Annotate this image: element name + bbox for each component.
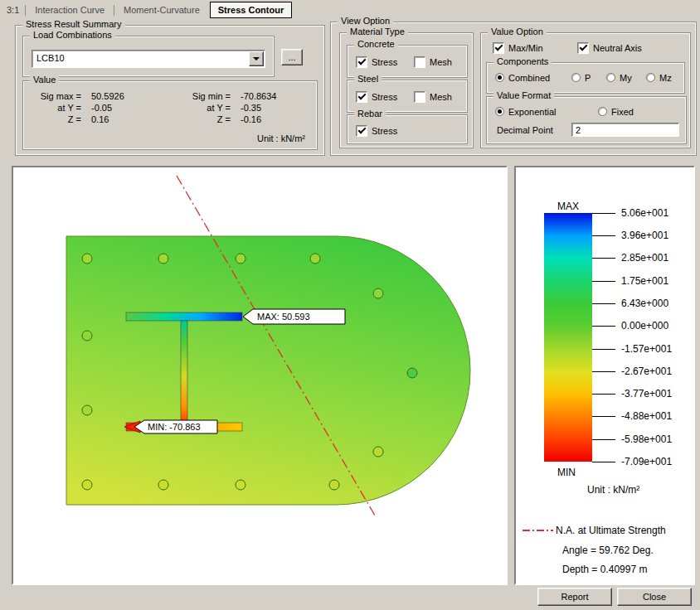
group-title-value-format: Value Format — [493, 90, 554, 101]
legend-value: -4.88e+001 — [621, 410, 672, 422]
legend-tick: 5.06e+001 — [592, 207, 668, 219]
group-title-material-type: Material Type — [347, 27, 408, 37]
legend-tick: 0.00e+000 — [592, 320, 668, 332]
value-option-group: Value Option Max/Min Neutral Axis Compon… — [480, 32, 691, 148]
checkmark-icon — [580, 43, 588, 51]
radio-label: Mz — [659, 73, 672, 83]
group-title-stress-result-summary: Stress Result Summary — [22, 19, 125, 30]
tick-line — [592, 371, 615, 372]
checkbox-label: Stress — [372, 57, 397, 67]
concrete-group: Concrete Stress Mesh — [347, 45, 468, 78]
dropdown-button[interactable] — [249, 51, 264, 66]
decimal-point-label: Decimal Point — [497, 125, 553, 135]
radio-fixed[interactable]: Fixed — [598, 106, 634, 117]
decimal-point-input[interactable] — [571, 123, 679, 137]
legend-panel: MAX 5.06e+001 3.96e+001 2.85e+001 1.75e+… — [514, 166, 695, 585]
legend-tick: 1.75e+001 — [592, 275, 668, 287]
checkbox-label: Mesh — [430, 92, 452, 102]
sig-max-value: 50.5926 — [86, 91, 166, 101]
radio-icon — [495, 107, 504, 116]
rebar-point — [236, 254, 245, 264]
tick-line — [592, 213, 615, 214]
depth-label: Depth = 0.40997 m — [562, 564, 647, 575]
checkbox-box — [493, 42, 504, 54]
radio-label: My — [620, 73, 632, 83]
checkbox-label: Stress — [372, 126, 397, 136]
checkmark-icon — [358, 92, 367, 100]
tick-line — [592, 349, 615, 350]
min-at-y-label: at Y = — [166, 103, 236, 113]
tick-line — [592, 258, 615, 259]
radio-exponential[interactable]: Exponential — [495, 106, 557, 117]
color-scale-bar — [544, 213, 592, 462]
tab-interaction-curve[interactable]: Interaction Curve — [27, 2, 113, 18]
neutral-axis-legend-label: N.A. at Ultimate Strength — [556, 525, 666, 536]
checkbox-box — [414, 56, 425, 68]
tick-line — [592, 439, 615, 440]
checkbox-box — [356, 125, 367, 137]
legend-value: 1.75e+001 — [621, 275, 668, 287]
checkbox-steel-mesh[interactable]: Mesh — [414, 91, 452, 103]
contour-plot: MAX: 50.593 MIN: -70.863 — [13, 167, 506, 583]
legend-tick: 2.85e+001 — [592, 252, 668, 264]
tab-moment-curvature[interactable]: Moment-Curvature — [115, 2, 208, 18]
rebar-point — [82, 331, 92, 341]
checkmark-icon — [358, 57, 367, 65]
rebar-point — [82, 480, 92, 490]
rebar-point — [310, 254, 320, 264]
radio-icon — [495, 73, 504, 82]
checkbox-box — [577, 42, 589, 54]
chevron-down-icon — [253, 57, 260, 61]
rebar-point — [329, 480, 339, 490]
legend-value: 2.85e+001 — [621, 252, 668, 264]
legend-tick: 3.96e+001 — [592, 230, 668, 241]
checkbox-rebar-stress[interactable]: Stress — [356, 125, 397, 137]
neutral-axis-legend-icon — [523, 530, 553, 531]
rebar-point — [373, 447, 383, 457]
max-callout: MAX: 50.593 — [243, 309, 345, 324]
stress-contour-canvas[interactable]: MAX: 50.593 MIN: -70.863 — [12, 166, 508, 585]
stress-contour-window: 3:1 Interaction Curve Moment-Curvature S… — [0, 0, 700, 610]
radio-label: Combined — [508, 73, 550, 83]
group-title-view-option: View Option — [338, 16, 393, 27]
tab-separator — [114, 5, 114, 16]
tab-stress-contour[interactable]: Stress Contour — [210, 2, 292, 18]
max-at-y-label: at Y = — [27, 103, 86, 113]
radio-mz[interactable]: Mz — [646, 72, 672, 83]
components-group: Components Combined P My Mz — [486, 62, 685, 94]
tick-line — [592, 462, 615, 462]
min-callout-text: MIN: -70.863 — [148, 422, 201, 432]
legend-tick: -5.98e+001 — [592, 433, 672, 445]
checkbox-box — [414, 91, 425, 103]
checkbox-steel-stress[interactable]: Stress — [356, 91, 397, 103]
legend-tick: -1.57e+001 — [592, 343, 672, 355]
checkbox-concrete-stress[interactable]: Stress — [356, 56, 397, 68]
checkbox-concrete-mesh[interactable]: Mesh — [414, 56, 452, 68]
checkbox-max-min[interactable]: Max/Min — [493, 42, 543, 54]
max-callout-text: MAX: 50.593 — [257, 312, 310, 322]
legend-tick: -4.88e+001 — [592, 410, 672, 422]
legend-max-label: MAX — [557, 201, 579, 212]
min-z-value: -0.16 — [236, 114, 318, 124]
legend-value: 3.96e+001 — [621, 230, 668, 241]
checkbox-neutral-axis[interactable]: Neutral Axis — [577, 42, 642, 54]
radio-my[interactable]: My — [606, 72, 632, 83]
close-button[interactable]: Close — [617, 588, 692, 606]
load-combination-select[interactable]: LCB10 — [32, 50, 265, 68]
view-option-group: View Option Material Type Concrete Stres… — [330, 22, 697, 156]
checkbox-box — [356, 56, 367, 68]
checkmark-icon — [358, 126, 367, 134]
legend-value: 0.00e+000 — [621, 320, 668, 332]
max-z-value: 0.16 — [86, 114, 166, 124]
group-title-steel: Steel — [354, 74, 382, 85]
value-group: Value Sig max = 50.5926 Sig min = -70.86… — [22, 80, 318, 150]
group-title-components: Components — [493, 56, 552, 67]
report-button[interactable]: Report — [537, 588, 612, 606]
rebar-point — [158, 254, 168, 264]
browse-button[interactable]: ... — [281, 49, 303, 65]
radio-label: Fixed — [611, 107, 634, 117]
load-combinations-group: Load Combinations LCB10 — [22, 36, 275, 77]
tab-separator — [25, 5, 26, 16]
radio-p[interactable]: P — [571, 72, 591, 83]
radio-combined[interactable]: Combined — [495, 72, 550, 83]
